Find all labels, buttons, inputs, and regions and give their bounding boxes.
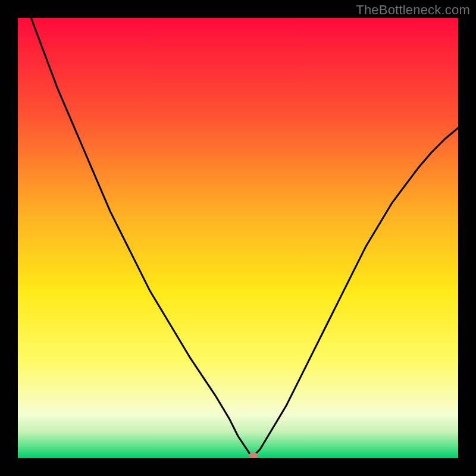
gradient-background xyxy=(18,18,458,458)
chart-frame: TheBottleneck.com xyxy=(0,0,476,476)
chart-plot xyxy=(18,18,458,458)
watermark-text: TheBottleneck.com xyxy=(356,2,470,18)
